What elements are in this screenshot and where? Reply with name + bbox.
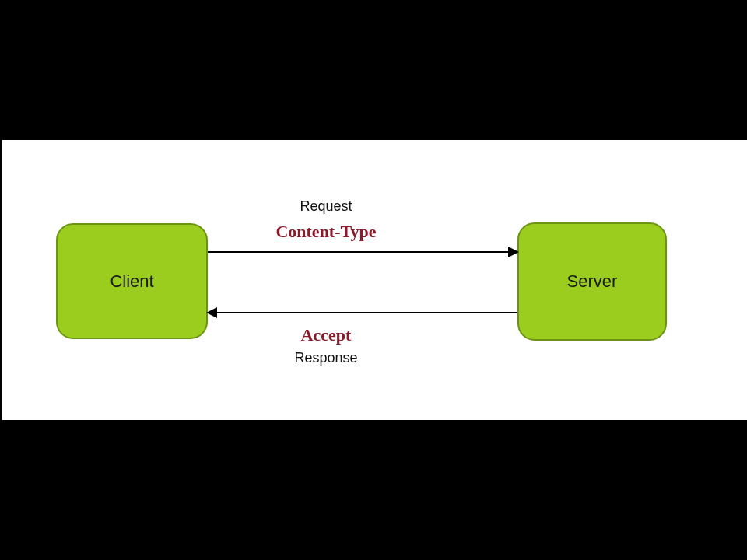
request-arrow: [208, 251, 517, 253]
client-node: Client: [56, 223, 208, 339]
diagram-canvas: Client Server Request Content-Type Accep…: [0, 140, 747, 420]
response-arrow: [208, 312, 517, 313]
server-node: Server: [517, 222, 667, 341]
content-type-label: Content-Type: [248, 222, 404, 242]
accept-label: Accept: [248, 325, 404, 345]
server-label: Server: [567, 271, 618, 292]
request-label: Request: [248, 198, 404, 215]
client-label: Client: [110, 271, 153, 292]
response-label: Response: [248, 350, 404, 366]
